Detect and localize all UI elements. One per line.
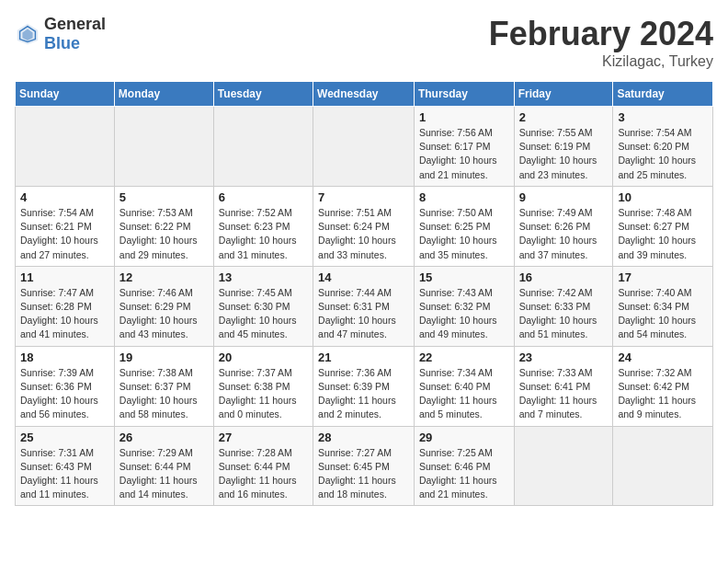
day-number: 18: [20, 350, 109, 364]
day-info: Sunrise: 7:25 AMSunset: 6:46 PMDaylight:…: [419, 446, 509, 502]
day-number: 7: [318, 190, 409, 204]
day-info: Sunrise: 7:45 AMSunset: 6:30 PMDaylight:…: [219, 286, 308, 342]
day-number: 28: [318, 431, 409, 444]
calendar-cell: [613, 426, 713, 506]
day-info: Sunrise: 7:34 AMSunset: 6:40 PMDaylight:…: [419, 366, 509, 422]
day-number: 16: [519, 270, 609, 284]
calendar-cell: [213, 107, 313, 187]
calendar-cell: 15Sunrise: 7:43 AMSunset: 6:32 PMDayligh…: [414, 266, 514, 346]
day-info: Sunrise: 7:29 AMSunset: 6:44 PMDaylight:…: [119, 446, 209, 502]
calendar-cell: 1Sunrise: 7:56 AMSunset: 6:17 PMDaylight…: [414, 107, 514, 187]
day-number: 1: [419, 110, 509, 124]
calendar-cell: 19Sunrise: 7:38 AMSunset: 6:37 PMDayligh…: [114, 346, 213, 426]
day-number: 8: [419, 190, 509, 204]
day-info: Sunrise: 7:50 AMSunset: 6:25 PMDaylight:…: [419, 206, 509, 262]
day-info: Sunrise: 7:49 AMSunset: 6:26 PMDaylight:…: [519, 206, 609, 262]
day-number: 9: [519, 190, 609, 204]
calendar-cell: 22Sunrise: 7:34 AMSunset: 6:40 PMDayligh…: [414, 346, 514, 426]
day-header-tuesday: Tuesday: [213, 82, 313, 107]
day-number: 15: [419, 270, 509, 284]
calendar-cell: 18Sunrise: 7:39 AMSunset: 6:36 PMDayligh…: [16, 346, 115, 426]
day-header-saturday: Saturday: [613, 82, 713, 107]
calendar-week-row: 18Sunrise: 7:39 AMSunset: 6:36 PMDayligh…: [16, 346, 713, 426]
day-number: 5: [119, 190, 209, 204]
day-number: 22: [419, 350, 509, 364]
day-info: Sunrise: 7:48 AMSunset: 6:27 PMDaylight:…: [618, 206, 708, 262]
day-number: 14: [318, 270, 409, 284]
calendar-week-row: 25Sunrise: 7:31 AMSunset: 6:43 PMDayligh…: [16, 426, 713, 506]
day-info: Sunrise: 7:44 AMSunset: 6:31 PMDaylight:…: [318, 286, 409, 342]
day-info: Sunrise: 7:54 AMSunset: 6:21 PMDaylight:…: [20, 206, 109, 262]
location-subtitle: Kizilagac, Turkey: [489, 53, 713, 70]
day-info: Sunrise: 7:55 AMSunset: 6:19 PMDaylight:…: [519, 126, 609, 182]
calendar-cell: 24Sunrise: 7:32 AMSunset: 6:42 PMDayligh…: [613, 346, 713, 426]
day-number: 10: [618, 190, 708, 204]
day-info: Sunrise: 7:46 AMSunset: 6:29 PMDaylight:…: [119, 286, 209, 342]
day-info: Sunrise: 7:39 AMSunset: 6:36 PMDaylight:…: [20, 366, 109, 422]
calendar-cell: 26Sunrise: 7:29 AMSunset: 6:44 PMDayligh…: [114, 426, 213, 506]
calendar-cell: 5Sunrise: 7:53 AMSunset: 6:22 PMDaylight…: [114, 186, 213, 266]
day-number: 27: [219, 431, 308, 444]
day-header-friday: Friday: [514, 82, 613, 107]
day-number: 24: [618, 350, 708, 364]
day-info: Sunrise: 7:52 AMSunset: 6:23 PMDaylight:…: [219, 206, 308, 262]
day-number: 11: [20, 270, 109, 284]
calendar-cell: 28Sunrise: 7:27 AMSunset: 6:45 PMDayligh…: [313, 426, 415, 506]
calendar-cell: [514, 426, 613, 506]
calendar-cell: 7Sunrise: 7:51 AMSunset: 6:24 PMDaylight…: [313, 186, 415, 266]
calendar-cell: 11Sunrise: 7:47 AMSunset: 6:28 PMDayligh…: [16, 266, 115, 346]
day-info: Sunrise: 7:54 AMSunset: 6:20 PMDaylight:…: [618, 126, 708, 182]
day-info: Sunrise: 7:40 AMSunset: 6:34 PMDaylight:…: [618, 286, 708, 342]
day-header-monday: Monday: [114, 82, 213, 107]
calendar-cell: 17Sunrise: 7:40 AMSunset: 6:34 PMDayligh…: [613, 266, 713, 346]
day-info: Sunrise: 7:31 AMSunset: 6:43 PMDaylight:…: [20, 446, 109, 502]
day-info: Sunrise: 7:43 AMSunset: 6:32 PMDaylight:…: [419, 286, 509, 342]
day-info: Sunrise: 7:27 AMSunset: 6:45 PMDaylight:…: [318, 446, 409, 502]
calendar-cell: 23Sunrise: 7:33 AMSunset: 6:41 PMDayligh…: [514, 346, 613, 426]
title-block: February 2024 Kizilagac, Turkey: [489, 15, 713, 70]
day-number: 3: [618, 110, 708, 124]
calendar-cell: [16, 107, 115, 187]
day-info: Sunrise: 7:37 AMSunset: 6:38 PMDaylight:…: [219, 366, 308, 422]
calendar-cell: 3Sunrise: 7:54 AMSunset: 6:20 PMDaylight…: [613, 107, 713, 187]
calendar-cell: 29Sunrise: 7:25 AMSunset: 6:46 PMDayligh…: [414, 426, 514, 506]
calendar-cell: 27Sunrise: 7:28 AMSunset: 6:44 PMDayligh…: [213, 426, 313, 506]
calendar-cell: 9Sunrise: 7:49 AMSunset: 6:26 PMDaylight…: [514, 186, 613, 266]
calendar-cell: 21Sunrise: 7:36 AMSunset: 6:39 PMDayligh…: [313, 346, 415, 426]
day-info: Sunrise: 7:53 AMSunset: 6:22 PMDaylight:…: [119, 206, 209, 262]
logo-general: General: [44, 15, 106, 33]
day-number: 21: [318, 350, 409, 364]
day-info: Sunrise: 7:28 AMSunset: 6:44 PMDaylight:…: [219, 446, 308, 502]
calendar-week-row: 11Sunrise: 7:47 AMSunset: 6:28 PMDayligh…: [16, 266, 713, 346]
day-header-thursday: Thursday: [414, 82, 514, 107]
calendar-cell: 14Sunrise: 7:44 AMSunset: 6:31 PMDayligh…: [313, 266, 415, 346]
calendar-cell: 20Sunrise: 7:37 AMSunset: 6:38 PMDayligh…: [213, 346, 313, 426]
calendar-cell: 16Sunrise: 7:42 AMSunset: 6:33 PMDayligh…: [514, 266, 613, 346]
logo-text: General Blue: [44, 15, 106, 53]
day-number: 6: [219, 190, 308, 204]
calendar-week-row: 4Sunrise: 7:54 AMSunset: 6:21 PMDaylight…: [16, 186, 713, 266]
day-number: 2: [519, 110, 609, 124]
logo-icon: [15, 21, 40, 47]
calendar-cell: 8Sunrise: 7:50 AMSunset: 6:25 PMDaylight…: [414, 186, 514, 266]
day-info: Sunrise: 7:51 AMSunset: 6:24 PMDaylight:…: [318, 206, 409, 262]
month-year-title: February 2024: [489, 15, 713, 53]
day-number: 17: [618, 270, 708, 284]
calendar-header-row: SundayMondayTuesdayWednesdayThursdayFrid…: [16, 82, 713, 107]
calendar-cell: 2Sunrise: 7:55 AMSunset: 6:19 PMDaylight…: [514, 107, 613, 187]
calendar-cell: 6Sunrise: 7:52 AMSunset: 6:23 PMDaylight…: [213, 186, 313, 266]
calendar-cell: 25Sunrise: 7:31 AMSunset: 6:43 PMDayligh…: [16, 426, 115, 506]
day-number: 4: [20, 190, 109, 204]
page-header: General Blue February 2024 Kizilagac, Tu…: [15, 15, 713, 70]
day-number: 29: [419, 431, 509, 444]
day-number: 20: [219, 350, 308, 364]
logo-blue: Blue: [44, 34, 80, 52]
day-number: 12: [119, 270, 209, 284]
calendar-cell: [114, 107, 213, 187]
calendar-table: SundayMondayTuesdayWednesdayThursdayFrid…: [15, 81, 713, 506]
calendar-cell: 4Sunrise: 7:54 AMSunset: 6:21 PMDaylight…: [16, 186, 115, 266]
day-header-sunday: Sunday: [16, 82, 115, 107]
day-info: Sunrise: 7:38 AMSunset: 6:37 PMDaylight:…: [119, 366, 209, 422]
calendar-cell: 10Sunrise: 7:48 AMSunset: 6:27 PMDayligh…: [613, 186, 713, 266]
calendar-week-row: 1Sunrise: 7:56 AMSunset: 6:17 PMDaylight…: [16, 107, 713, 187]
